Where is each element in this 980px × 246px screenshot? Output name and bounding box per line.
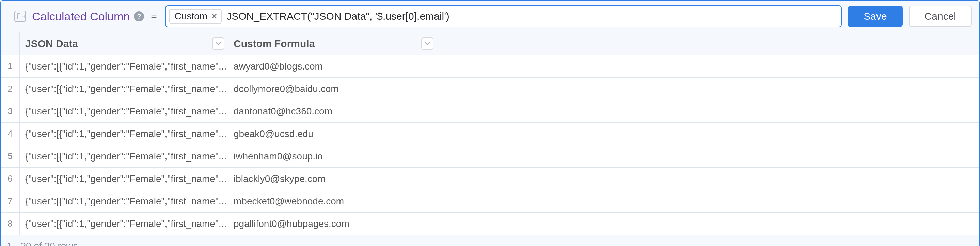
chevron-down-icon <box>425 42 430 45</box>
cell-blank <box>437 78 646 100</box>
grid-header-row: JSON Data Custom Formula <box>1 32 979 55</box>
column-menu-button[interactable] <box>212 37 224 50</box>
cell-blank <box>855 168 979 190</box>
panel-title: Calculated Column ? <box>32 10 144 23</box>
row-number: 3 <box>1 100 20 122</box>
cell-blank <box>437 145 646 167</box>
table-row[interactable]: 3{"user":[{"id":1,"gender":"Female","fir… <box>1 100 979 123</box>
formula-input[interactable] <box>226 6 841 27</box>
panel-title-text: Calculated Column <box>32 10 130 23</box>
table-row[interactable]: 5{"user":[{"id":1,"gender":"Female","fir… <box>1 145 979 168</box>
cell-blank <box>437 190 646 212</box>
cell-json[interactable]: {"user":[{"id":1,"gender":"Female","firs… <box>20 190 228 212</box>
row-number: 6 <box>1 168 20 190</box>
cell-json[interactable]: {"user":[{"id":1,"gender":"Female","firs… <box>20 100 228 122</box>
cancel-button[interactable]: Cancel <box>909 6 972 27</box>
cell-formula[interactable]: awyard0@blogs.com <box>228 55 437 77</box>
cell-json[interactable]: {"user":[{"id":1,"gender":"Female","firs… <box>20 55 228 77</box>
cell-json[interactable]: {"user":[{"id":1,"gender":"Female","firs… <box>20 145 228 167</box>
cell-blank <box>646 55 855 77</box>
cell-blank <box>646 123 855 145</box>
cell-json[interactable]: {"user":[{"id":1,"gender":"Female","firs… <box>20 212 228 235</box>
cell-blank <box>646 145 855 167</box>
column-header-label: Custom Formula <box>234 38 315 50</box>
help-icon[interactable]: ? <box>134 11 144 21</box>
formula-type-chip[interactable]: Custom ✕ <box>169 9 222 24</box>
cell-blank <box>437 100 646 122</box>
cell-blank <box>646 212 855 235</box>
row-number: 8 <box>1 212 20 235</box>
column-header-json[interactable]: JSON Data <box>20 32 228 55</box>
table-row[interactable]: 7{"user":[{"id":1,"gender":"Female","fir… <box>1 190 979 212</box>
cell-json[interactable]: {"user":[{"id":1,"gender":"Female","firs… <box>20 123 228 145</box>
column-header-blank <box>646 32 855 55</box>
cell-blank <box>437 55 646 77</box>
table-row[interactable]: 2{"user":[{"id":1,"gender":"Female","fir… <box>1 78 979 100</box>
cell-formula[interactable]: dcollymore0@baidu.com <box>228 78 437 100</box>
cell-blank <box>855 145 979 167</box>
cell-formula[interactable]: iwhenham0@soup.io <box>228 145 437 167</box>
row-number: 1 <box>1 55 20 77</box>
data-grid: JSON Data Custom Formula 1{"user":[{"id"… <box>1 32 979 235</box>
cell-formula[interactable]: pgallifont0@hubpages.com <box>228 212 437 235</box>
cell-formula[interactable]: gbeak0@ucsd.edu <box>228 123 437 145</box>
cell-blank <box>646 78 855 100</box>
cell-blank <box>855 100 979 122</box>
column-header-formula[interactable]: Custom Formula <box>228 32 437 55</box>
row-number: 5 <box>1 145 20 167</box>
rownum-header <box>1 32 20 55</box>
table-row[interactable]: 8{"user":[{"id":1,"gender":"Female","fir… <box>1 212 979 235</box>
cell-formula[interactable]: iblackly0@skype.com <box>228 168 437 190</box>
cell-blank <box>855 212 979 235</box>
toolbar: + Calculated Column ? = Custom ✕ Save Ca… <box>1 1 979 32</box>
column-header-blank <box>437 32 646 55</box>
cell-json[interactable]: {"user":[{"id":1,"gender":"Female","firs… <box>20 168 228 190</box>
cell-json[interactable]: {"user":[{"id":1,"gender":"Female","firs… <box>20 78 228 100</box>
table-row[interactable]: 1{"user":[{"id":1,"gender":"Female","fir… <box>1 55 979 78</box>
column-header-label: JSON Data <box>25 38 78 50</box>
cell-blank <box>855 78 979 100</box>
grid-footer: 1 - 20 of 20 rows <box>1 235 979 246</box>
cell-blank <box>437 212 646 235</box>
row-number: 2 <box>1 78 20 100</box>
close-icon[interactable]: ✕ <box>211 11 218 21</box>
row-number: 7 <box>1 190 20 212</box>
column-menu-button[interactable] <box>421 37 433 50</box>
cell-formula[interactable]: dantonat0@hc360.com <box>228 100 437 122</box>
equals-sign: = <box>151 11 157 22</box>
formula-editor[interactable]: Custom ✕ <box>165 5 842 27</box>
chevron-down-icon <box>216 42 221 45</box>
cell-blank <box>855 123 979 145</box>
cell-blank <box>437 123 646 145</box>
cell-blank <box>646 190 855 212</box>
cell-blank <box>646 168 855 190</box>
cell-formula[interactable]: mbecket0@webnode.com <box>228 190 437 212</box>
row-number: 4 <box>1 123 20 145</box>
save-button[interactable]: Save <box>848 6 902 27</box>
cell-blank <box>437 168 646 190</box>
chip-label: Custom <box>175 11 207 22</box>
cell-blank <box>855 190 979 212</box>
table-row[interactable]: 4{"user":[{"id":1,"gender":"Female","fir… <box>1 123 979 145</box>
cell-blank <box>646 100 855 122</box>
row-count-text: 1 - 20 of 20 rows <box>7 241 78 246</box>
table-row[interactable]: 6{"user":[{"id":1,"gender":"Female","fir… <box>1 168 979 190</box>
column-header-blank <box>855 32 979 55</box>
calculated-column-panel: + Calculated Column ? = Custom ✕ Save Ca… <box>0 0 980 246</box>
add-column-icon[interactable]: + <box>14 11 26 22</box>
cell-blank <box>855 55 979 77</box>
